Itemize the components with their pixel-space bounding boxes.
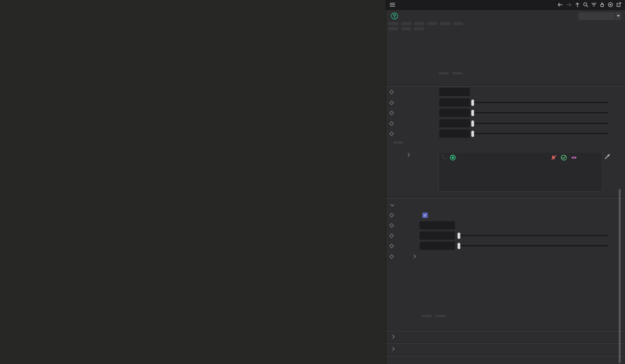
save-preset-button[interactable] [435,315,446,317]
save-preset-button[interactable] [452,72,462,74]
popout-window-icon[interactable] [616,2,622,8]
growth-point-list-item[interactable] [439,152,602,163]
bias-field[interactable] [439,119,470,127]
keyframe-diamond[interactable] [389,90,394,94]
chevron-down-icon [390,202,394,206]
vertical-scrollbar[interactable] [619,189,621,363]
tab-display[interactable] [414,27,424,30]
growth-points-list[interactable] [438,152,603,192]
twist-slider[interactable] [473,129,608,138]
tab-forces[interactable] [401,27,411,30]
keyframe-diamond[interactable] [389,213,394,217]
rf-row-strength [386,230,608,241]
enabled-check-icon[interactable] [560,154,567,161]
keyframe-diamond[interactable] [389,233,394,238]
keyframe-diamond[interactable] [389,100,394,105]
checkmark-icon: ✓ [423,213,427,218]
separator [386,355,625,356]
keyframe-diamond[interactable] [389,121,394,126]
param-row-scale [386,107,608,118]
load-preset-button[interactable] [422,315,432,317]
param-row-turbulence [386,97,608,108]
up-arrow-icon[interactable] [574,2,581,8]
filter-icon[interactable] [591,2,597,8]
seed-field[interactable] [439,88,470,96]
tree-connector [443,153,447,159]
chevron-right-icon [391,347,395,351]
keyframe-diamond[interactable] [389,223,394,227]
chevron-right-icon[interactable] [406,153,410,157]
variation-slider[interactable] [459,242,608,250]
growth-point-icon [449,154,456,161]
attribute-tabs [386,22,625,32]
attribute-manager: ✓ [386,0,625,364]
count-field[interactable] [420,221,455,229]
tab-basic[interactable] [388,22,398,25]
strength-slider[interactable] [459,231,608,240]
preset-dropdown[interactable] [578,12,621,20]
keyframe-diamond[interactable] [389,254,394,259]
record-target-icon[interactable] [607,2,614,8]
lock-icon[interactable] [599,2,605,8]
tab-selections[interactable] [388,27,398,30]
no-selection-icon[interactable] [551,155,557,161]
separator [386,330,625,331]
preset-dropdown-button[interactable] [615,12,621,20]
load-preset-button[interactable] [438,72,449,74]
rf-row-variation [386,240,608,251]
chevron-right-icon[interactable] [412,255,416,259]
tab-coordinates[interactable] [401,22,411,25]
tab-materials[interactable] [453,22,463,25]
application-window: ✓ [0,0,625,364]
visibility-eye-icon[interactable] [571,155,577,160]
keyframe-diamond[interactable] [389,111,394,115]
add-growth-point-button[interactable] [393,141,403,144]
rf-row-count [386,220,608,231]
rf-row-enable: ✓ [386,210,608,220]
object-header [386,11,625,21]
bias-curve-graph[interactable] [423,255,625,311]
scale-field[interactable] [439,109,470,117]
attribute-menubar [386,0,625,10]
back-arrow-icon[interactable] [557,2,564,8]
tab-volume-points[interactable] [427,22,437,25]
preset-dropdown-value[interactable] [578,12,614,20]
turbulence-slider[interactable] [473,98,608,107]
attribute-content: ✓ [386,44,625,364]
growth-points-label-row [395,153,409,156]
tree-scene [0,0,386,364]
forward-arrow-icon[interactable] [566,2,572,8]
param-row-seed [386,87,608,97]
param-row-bias [386,118,608,129]
strength-field[interactable] [420,231,455,240]
scale-slider[interactable] [473,109,608,117]
separator [386,197,625,198]
variation-field[interactable] [420,242,455,250]
separator [386,342,625,344]
viewport-3d[interactable] [0,0,386,364]
section-direction[interactable] [391,331,397,342]
param-row-twist [386,128,608,139]
keyframe-diamond[interactable] [389,244,394,248]
hamburger-menu-icon[interactable] [389,2,396,8]
tab-object-properties[interactable] [414,22,424,25]
bias-slider[interactable] [473,119,608,127]
chevron-right-icon [391,334,395,338]
eyedropper-icon[interactable] [604,153,611,161]
top-spline-graph[interactable] [438,44,616,70]
taiao-tree-object-icon [391,12,398,20]
tab-leaves[interactable] [440,22,450,25]
chevron-down-icon [617,15,620,17]
keyframe-diamond[interactable] [389,131,394,136]
enable-checkbox[interactable]: ✓ [422,212,428,218]
search-icon[interactable] [582,2,589,8]
menubar-icon-cluster [557,2,622,8]
twist-field[interactable] [439,129,470,138]
section-root-flares[interactable] [391,199,397,209]
section-avoid-objects[interactable] [391,344,397,354]
turbulence-field[interactable] [439,98,470,107]
